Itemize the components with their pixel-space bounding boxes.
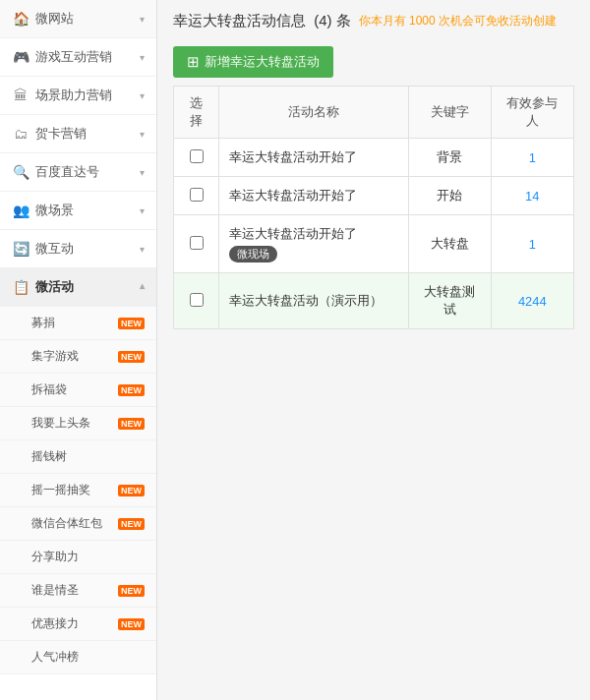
submenu-item-shui[interactable]: 谁是情圣 NEW [0,574,156,608]
submenu-label-fenxiang: 分享助力 [31,549,79,565]
chevron-icon-weizhan: ▾ [140,14,145,25]
activity-name: 幸运大转盘活动开始了 [229,149,357,164]
card-icon: 🗂 [12,125,30,143]
activity-name: 幸运大转盘活动开始了 [229,226,357,241]
game-icon: 🎮 [12,48,30,66]
interact-icon: 🔄 [12,240,30,258]
people-icon: 👥 [12,202,30,219]
new-badge-woyao: NEW [118,418,145,430]
row-name-cell: 幸运大转盘活动开始了 [219,139,409,177]
submenu-item-jiziyouxi[interactable]: 集字游戏 NEW [0,340,156,374]
page-header: 幸运大转盘活动信息 (4) 条 你本月有 1000 次机会可免收活动创建 [157,0,590,38]
row-keyword-cell: 背景 [409,139,492,177]
chevron-icon-weihuodong: ▾ [140,282,145,293]
table-row: 幸运大转盘活动开始了微现场大转盘1 [174,215,574,273]
activity-table: 选择 活动名称 关键字 有效参与人 幸运大转盘活动开始了背景1幸运大转盘活动开始… [173,86,574,329]
chevron-icon-changjing: ▾ [140,90,145,101]
sidebar: 🏠 微网站 ▾ 🎮 游戏互动营销 ▾ 🏛 场景助力营销 ▾ 🗂 贺卡营销 ▾ 🔍… [0,0,157,700]
store-icon: 🏛 [12,87,30,104]
main-content: 幸运大转盘活动信息 (4) 条 你本月有 1000 次机会可免收活动创建 ⊞ 新… [157,0,590,700]
submenu-item-renqi[interactable]: 人气冲榜 [0,641,156,674]
row-keyword-cell: 开始 [409,177,492,215]
table-row: 幸运大转盘活动开始了开始14 [174,177,574,215]
col-header-keyword: 关键字 [409,87,492,139]
add-button-label: 新增幸运大转盘活动 [205,53,320,71]
submenu-label-renqi: 人气冲榜 [31,649,79,666]
row-count-cell: 4244 [491,273,573,329]
submenu-label-chaifu: 拆福袋 [31,381,67,398]
submenu-label-mujuan: 募捐 [31,315,55,331]
sidebar-label-weihu: 微互动 [35,240,74,258]
submenu-item-youhui[interactable]: 优惠接力 NEW [0,608,156,641]
row-count-cell: 1 [491,139,573,177]
row-checkbox-cell [174,139,219,177]
sidebar-item-weizhan[interactable]: 🏠 微网站 ▾ [0,0,156,38]
sidebar-label-baidu: 百度直达号 [35,163,99,181]
sidebar-label-weihuodong: 微活动 [35,278,74,296]
col-header-name: 活动名称 [219,87,409,139]
row-count-cell: 1 [491,215,573,273]
table-row: 幸运大转盘活动（演示用）大转盘测试4244 [174,273,574,329]
col-header-select: 选择 [174,87,219,139]
new-badge-mujuan: NEW [118,318,145,329]
submenu-label-yaoyiyao: 摇一摇抽奖 [31,482,90,498]
chevron-icon-youxi: ▾ [140,52,145,63]
chevron-icon-weichangjing: ▾ [140,205,145,216]
home-icon: 🏠 [12,10,30,28]
row-count-link[interactable]: 1 [529,237,536,252]
sidebar-item-heka[interactable]: 🗂 贺卡营销 ▾ [0,115,156,153]
submenu-item-weixin[interactable]: 微信合体红包 NEW [0,507,156,541]
row-checkbox-cell [174,215,219,273]
submenu-item-chaifu[interactable]: 拆福袋 NEW [0,374,156,407]
row-checkbox[interactable] [190,149,204,163]
submenu-label-yaoquanshu: 摇钱树 [31,448,67,465]
activity-name: 幸运大转盘活动开始了 [229,188,357,203]
add-icon: ⊞ [187,53,200,71]
activity-tag: 微现场 [229,246,277,262]
submenu-item-fenxiang[interactable]: 分享助力 [0,541,156,574]
submenu-label-shui: 谁是情圣 [31,582,79,599]
sidebar-item-changjing[interactable]: 🏛 场景助力营销 ▾ [0,77,156,115]
sidebar-item-weihu[interactable]: 🔄 微互动 ▾ [0,230,156,268]
submenu-label-youhui: 优惠接力 [31,615,79,632]
row-keyword-cell: 大转盘 [409,215,492,273]
row-count-link[interactable]: 14 [525,189,539,204]
new-badge-weixin: NEW [118,518,145,530]
submenu-item-mujuan[interactable]: 募捐 NEW [0,307,156,340]
sidebar-item-weihuodong[interactable]: 📋 微活动 ▾ [0,268,156,307]
col-header-count: 有效参与人 [491,87,573,139]
row-checkbox[interactable] [190,293,204,307]
new-badge-shui: NEW [118,585,145,597]
row-name-cell: 幸运大转盘活动（演示用） [219,273,409,329]
new-badge-yaoyiyao: NEW [118,485,145,496]
new-badge-youhui: NEW [118,618,145,630]
chevron-icon-heka: ▾ [140,129,145,140]
row-keyword-cell: 大转盘测试 [409,273,492,329]
search-icon: 🔍 [12,163,30,181]
submenu-label-woyao: 我要上头条 [31,415,90,432]
row-name-cell: 幸运大转盘活动开始了 [219,177,409,215]
submenu-label-jiziyouxi: 集字游戏 [31,348,79,365]
sidebar-label-changjing: 场景助力营销 [35,87,112,104]
add-activity-button[interactable]: ⊞ 新增幸运大转盘活动 [173,46,333,78]
toolbar: ⊞ 新增幸运大转盘活动 [157,38,590,86]
submenu-label-weixin: 微信合体红包 [31,515,102,532]
activity-name: 幸运大转盘活动（演示用） [229,293,383,308]
row-checkbox[interactable] [190,188,204,202]
submenu-item-yaoquanshu[interactable]: 摇钱树 [0,440,156,474]
activity-icon: 📋 [12,278,30,296]
row-count-link[interactable]: 4244 [518,294,547,309]
new-badge-jiziyouxi: NEW [118,351,145,363]
sidebar-item-youxi[interactable]: 🎮 游戏互动营销 ▾ [0,38,156,77]
table-row: 幸运大转盘活动开始了背景1 [174,139,574,177]
sidebar-item-weichangjing[interactable]: 👥 微场景 ▾ [0,192,156,230]
submenu-item-yaoyiyao[interactable]: 摇一摇抽奖 NEW [0,474,156,507]
submenu-weihuodong: 募捐 NEW 集字游戏 NEW 拆福袋 NEW 我要上头条 NEW 摇钱树 摇一… [0,307,156,674]
row-checkbox-cell [174,273,219,329]
row-checkbox[interactable] [190,236,204,250]
submenu-item-woyao[interactable]: 我要上头条 NEW [0,407,156,440]
row-count-link[interactable]: 1 [529,150,536,165]
sidebar-item-baidu[interactable]: 🔍 百度直达号 ▾ [0,153,156,192]
row-count-cell: 14 [491,177,573,215]
chevron-icon-weihu: ▾ [140,244,145,255]
